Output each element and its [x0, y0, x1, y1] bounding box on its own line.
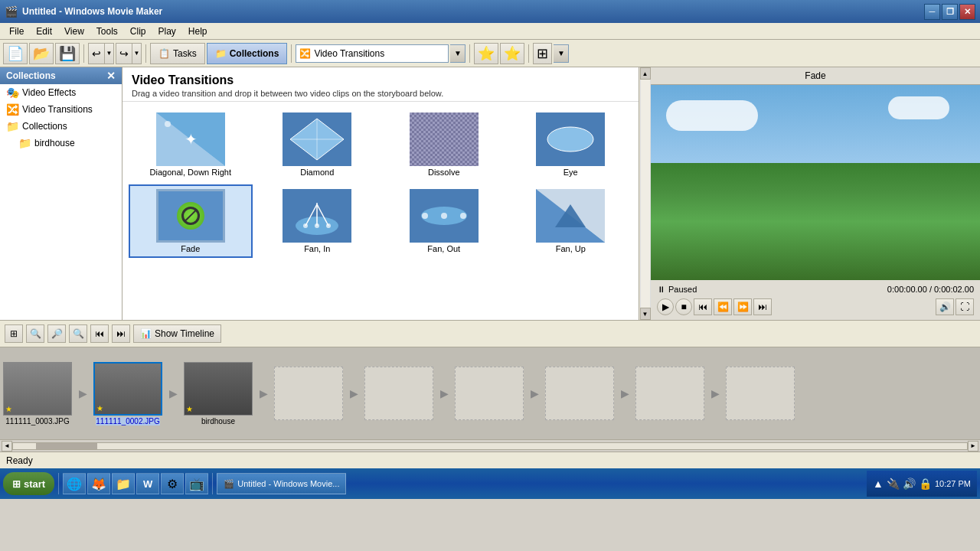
content-title: Video Transitions: [132, 73, 629, 87]
transition-fan-out[interactable]: Fan, Out: [382, 184, 506, 258]
menu-play[interactable]: Play: [152, 24, 182, 38]
scroll-down-button[interactable]: ▼: [640, 308, 651, 320]
quick-launch-browser[interactable]: 🌐: [63, 473, 86, 494]
transition-label-fan-out: Fan, Out: [427, 244, 460, 253]
left-panel-close[interactable]: ✕: [106, 70, 116, 81]
fast-forward-button[interactable]: ⏭: [753, 298, 772, 315]
sidebar-item-video-effects[interactable]: 🎭 Video Effects: [0, 84, 122, 101]
play-button[interactable]: ▶: [657, 298, 674, 315]
volume-button[interactable]: 🔊: [936, 298, 954, 315]
quick-launch-firefox[interactable]: 🦊: [87, 473, 110, 494]
collections-label: Collections: [230, 48, 279, 59]
svg-text:✦: ✦: [184, 131, 197, 148]
close-button[interactable]: ✕: [959, 4, 975, 20]
menu-help[interactable]: Help: [182, 24, 214, 38]
menu-file[interactable]: File: [3, 24, 30, 38]
clip-3-label: birdhouse: [201, 417, 235, 425]
menu-edit[interactable]: Edit: [30, 24, 58, 38]
next-frame-button[interactable]: ⏩: [733, 298, 752, 315]
dropdown-arrow[interactable]: ▼: [450, 44, 466, 63]
quick-launch-word[interactable]: W: [136, 473, 159, 494]
preview-volume: 🔊 ⛶: [936, 298, 974, 315]
view-toggle[interactable]: ⊞: [533, 43, 552, 64]
collections-button[interactable]: 📁 Collections: [207, 43, 288, 64]
clip-2-thumb: ★: [93, 362, 162, 416]
scroll-left-button[interactable]: ◄: [2, 441, 12, 452]
paused-label: Paused: [668, 285, 697, 294]
transition-dissolve[interactable]: Dissolve: [382, 108, 506, 181]
undo-button[interactable]: ↩: [89, 46, 104, 61]
transition-fade[interactable]: Fade: [129, 184, 253, 258]
storyboard-toolbar: ⊞ 🔍 🔎 🔍 ⏮ ⏭ 📊 Show Timeline: [0, 320, 980, 347]
collections-icon: 📁: [215, 48, 227, 59]
menu-tools[interactable]: Tools: [90, 24, 124, 38]
scroll-right-button[interactable]: ►: [968, 441, 978, 452]
transition-fan-up[interactable]: Fan, Up: [509, 184, 633, 258]
redo-button[interactable]: ↪: [116, 46, 132, 61]
transition-diamond[interactable]: Diamond: [256, 108, 380, 181]
taskbar-sep-1: [58, 473, 59, 494]
fullscreen-button[interactable]: ⛶: [956, 298, 974, 315]
storyboard-zoom-out[interactable]: 🔍: [69, 324, 87, 343]
undo-dropdown[interactable]: ▼: [104, 44, 113, 64]
quick-launch-media[interactable]: 📺: [185, 473, 208, 494]
toolbar-separator-2: [145, 44, 146, 63]
paused-icon: ⏸: [657, 285, 665, 294]
view-dropdown[interactable]: ▼: [554, 44, 569, 63]
sidebar-item-birdhouse[interactable]: 📁 birdhouse: [0, 135, 122, 152]
storyboard-empty-4: [545, 367, 614, 420]
transition-fan-in[interactable]: Fan, In: [256, 184, 380, 258]
transition-eye[interactable]: Eye: [509, 108, 633, 181]
sidebar-item-collections[interactable]: 📁 Collections: [0, 118, 122, 135]
windows-logo-icon: ⊞: [12, 478, 21, 490]
prev-frame-button[interactable]: ⏪: [714, 298, 732, 315]
storyboard-empty-6: [726, 367, 795, 420]
sidebar-item-video-transitions[interactable]: 🔀 Video Transitions: [0, 101, 122, 118]
storyboard-zoom-in[interactable]: 🔎: [47, 324, 66, 343]
left-panel-title: Collections: [6, 70, 56, 81]
toolbar-separator-4: [469, 44, 470, 63]
storyboard-arrow-6: ▶: [524, 367, 545, 420]
transition-diagonal-down-right[interactable]: ✦ Diagonal, Down Right: [129, 108, 253, 181]
app-icon: 🎬: [5, 5, 18, 18]
left-panel: Collections ✕ 🎭 Video Effects 🔀 Video Tr…: [0, 67, 122, 320]
storyboard: ★ 111111_0003.JPG ▶ ★ 111111_0002.JPG ▶ …: [0, 347, 980, 439]
show-timeline-button[interactable]: 📊 Show Timeline: [133, 324, 221, 343]
storyboard-play-next[interactable]: ⏭: [112, 324, 130, 343]
scroll-thumb[interactable]: [36, 443, 97, 449]
storyboard-tool-2[interactable]: 🔍: [26, 324, 44, 343]
import-button-2[interactable]: ⭐: [500, 43, 524, 64]
menu-view[interactable]: View: [58, 24, 90, 38]
start-button[interactable]: ⊞ start: [3, 472, 54, 495]
import-button-1[interactable]: ⭐: [474, 43, 498, 64]
tasks-button[interactable]: 📋 Tasks: [150, 43, 205, 64]
storyboard-play-prev[interactable]: ⏮: [90, 324, 109, 343]
quick-launch-folder[interactable]: 📁: [112, 473, 135, 494]
storyboard-clip-1[interactable]: ★ 111111_0003.JPG: [3, 362, 72, 425]
content-panel: Video Transitions Drag a video transitio…: [122, 67, 639, 320]
new-button[interactable]: 📄: [3, 43, 28, 64]
preview-buttons: ▶ ■ ⏮ ⏪ ⏩ ⏭ 🔊 ⛶: [654, 297, 977, 317]
minimize-button[interactable]: ─: [924, 4, 940, 20]
collections-dropdown[interactable]: 🔀 Video Transitions: [296, 44, 449, 63]
redo-dropdown[interactable]: ▼: [132, 44, 141, 64]
transition-thumb-fan-in: [283, 189, 351, 243]
dropdown-icon: 🔀: [299, 48, 311, 59]
taskbar-moviemaker-button[interactable]: 🎬 Untitled - Windows Movie...: [217, 473, 346, 494]
transition-label-dissolve: Dissolve: [428, 168, 460, 177]
open-button[interactable]: 📂: [29, 43, 54, 64]
tray-clock: 10:27 PM: [935, 479, 971, 488]
save-button[interactable]: 💾: [55, 43, 80, 64]
restore-button[interactable]: ❐: [942, 4, 958, 20]
rewind-button[interactable]: ⏮: [694, 298, 712, 315]
scroll-up-button[interactable]: ▲: [640, 67, 651, 80]
menu-clip[interactable]: Clip: [124, 24, 152, 38]
storyboard-tool-1[interactable]: ⊞: [5, 324, 23, 343]
storyboard-clip-3[interactable]: ★ birdhouse: [184, 362, 253, 425]
quick-launch-settings[interactable]: ⚙: [161, 473, 184, 494]
transition-thumb-diagonal: ✦: [156, 112, 225, 166]
storyboard-clip-2[interactable]: ★ 111111_0002.JPG: [93, 362, 162, 425]
tray-volume-icon: 🔊: [903, 478, 916, 490]
scroll-track[interactable]: [12, 442, 968, 450]
stop-button[interactable]: ■: [675, 298, 692, 315]
